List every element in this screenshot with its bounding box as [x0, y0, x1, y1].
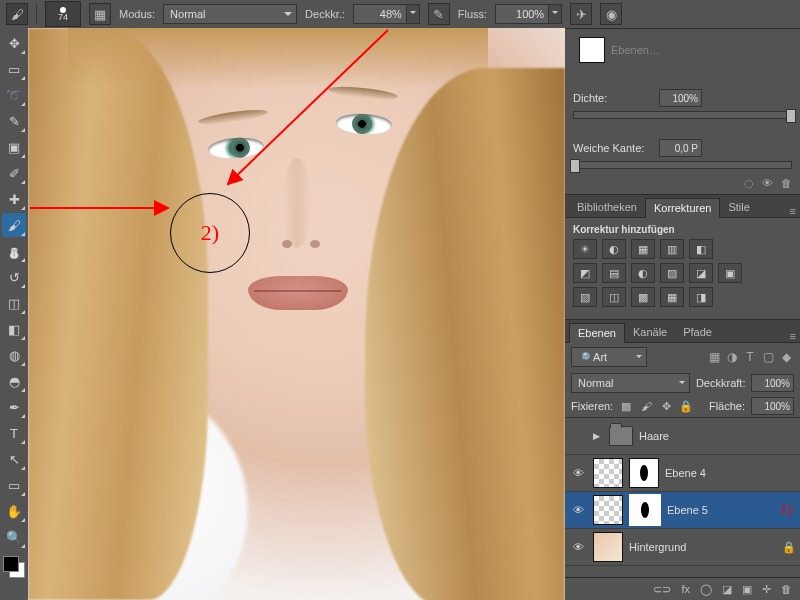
feather-slider[interactable] [573, 161, 792, 169]
fg-color[interactable] [3, 556, 19, 572]
layer-name[interactable]: Ebene 4 [665, 467, 796, 479]
tool-stamp[interactable]: ⛄ [2, 239, 26, 263]
tool-type[interactable]: T [2, 421, 26, 445]
adjustment-button[interactable]: ◫ [602, 287, 626, 307]
tool-pen[interactable]: ✒ [2, 395, 26, 419]
panel-menu-icon[interactable]: ≡ [790, 205, 796, 217]
new-group-icon[interactable]: ▣ [742, 583, 752, 596]
opacity-control[interactable]: 48% [353, 4, 420, 24]
opacity-flyout[interactable] [407, 4, 420, 24]
layer-filter-icon[interactable]: ◆ [778, 349, 794, 365]
density-value[interactable]: 100% [659, 89, 702, 107]
density-slider[interactable] [573, 111, 792, 119]
adjustment-button[interactable]: ◨ [689, 287, 713, 307]
layer-filter-icon[interactable]: ▦ [706, 349, 722, 365]
layer-mask-thumbnail[interactable] [629, 458, 659, 488]
tool-dodge[interactable]: ◓ [2, 369, 26, 393]
adjustment-button[interactable]: ▩ [631, 287, 655, 307]
tool-eraser[interactable]: ◫ [2, 291, 26, 315]
panel-menu-icon[interactable]: ≡ [790, 330, 796, 342]
visibility-toggle[interactable]: 👁 [569, 504, 587, 516]
delete-layer-icon[interactable]: 🗑 [781, 583, 792, 595]
new-layer-icon[interactable]: ✛ [762, 583, 771, 596]
tool-healing[interactable]: ✚ [2, 187, 26, 211]
layer-thumbnail[interactable] [593, 532, 623, 562]
tool-hand[interactable]: ✋ [2, 499, 26, 523]
layer-filter-icon[interactable]: ▢ [760, 349, 776, 365]
tab-pfade[interactable]: Pfade [675, 323, 720, 342]
feather-value[interactable]: 0,0 P [659, 139, 702, 157]
lock-transparency-icon[interactable]: ▩ [619, 399, 633, 413]
layer-row[interactable]: 👁Ebene 51) [565, 492, 800, 529]
tool-blur[interactable]: ◍ [2, 343, 26, 367]
fill-value[interactable]: 100% [751, 397, 794, 415]
document-canvas[interactable]: 2) [28, 28, 565, 600]
airbrush-toggle[interactable]: ✈ [570, 3, 592, 25]
tool-path-select[interactable]: ↖ [2, 447, 26, 471]
pressure-size-toggle[interactable]: ◉ [600, 3, 622, 25]
mask-thumbnail[interactable] [579, 37, 605, 63]
tab-ebenen[interactable]: Ebenen [569, 323, 625, 343]
adjustment-button[interactable]: ◪ [689, 263, 713, 283]
new-adjustment-icon[interactable]: ◪ [722, 583, 732, 596]
mask-view-icon[interactable]: 👁 [762, 177, 773, 190]
layer-mask-thumbnail[interactable] [629, 494, 661, 526]
tool-rect-marquee[interactable]: ▭ [2, 57, 26, 81]
layer-row[interactable]: ▶Haare [565, 418, 800, 455]
mask-delete-icon[interactable]: 🗑 [781, 177, 792, 190]
add-mask-icon[interactable]: ◯ [700, 583, 712, 596]
layer-name[interactable]: Hintergrund [629, 541, 776, 553]
layer-filter-icon[interactable]: ◑ [724, 349, 740, 365]
adjustment-button[interactable]: ▨ [660, 263, 684, 283]
adjustment-button[interactable]: ▥ [660, 239, 684, 259]
adjustment-button[interactable]: ◐ [602, 239, 626, 259]
tab-korrekturen[interactable]: Korrekturen [645, 198, 720, 218]
tab-bibliotheken[interactable]: Bibliotheken [569, 198, 645, 217]
layer-filter-icon[interactable]: T [742, 349, 758, 365]
layer-thumbnail[interactable] [593, 495, 623, 525]
tab-stile[interactable]: Stile [720, 198, 757, 217]
tool-zoom[interactable]: 🔍 [2, 525, 26, 549]
tool-lasso[interactable]: ➰ [2, 83, 26, 107]
expand-icon[interactable]: ▶ [593, 431, 603, 441]
flow-flyout[interactable] [549, 4, 562, 24]
adjustment-button[interactable]: ☀ [573, 239, 597, 259]
adjustment-button[interactable]: ◩ [573, 263, 597, 283]
layer-blend-mode[interactable]: Normal [571, 373, 690, 393]
layer-name[interactable]: Ebene 5 [667, 504, 774, 516]
layer-name[interactable]: Haare [639, 430, 796, 442]
flow-control[interactable]: 100% [495, 4, 562, 24]
adjustment-button[interactable]: ▦ [660, 287, 684, 307]
layer-thumbnail[interactable] [593, 458, 623, 488]
lock-all-icon[interactable]: 🔒 [679, 399, 693, 413]
tool-gradient[interactable]: ◧ [2, 317, 26, 341]
adjustment-button[interactable]: ▦ [631, 239, 655, 259]
link-layers-icon[interactable]: ⊂⊃ [653, 583, 671, 596]
tool-crop[interactable]: ▣ [2, 135, 26, 159]
tool-brush-2[interactable]: ✎ [2, 109, 26, 133]
color-swatches[interactable] [3, 556, 25, 578]
adjustment-button[interactable]: ◐ [631, 263, 655, 283]
layer-filter-type[interactable]: 🔎 Art [571, 347, 647, 367]
tool-brush[interactable]: 🖌 [2, 213, 26, 237]
tool-history-brush[interactable]: ↺ [2, 265, 26, 289]
layer-opacity-value[interactable]: 100% [751, 374, 794, 392]
adjustment-button[interactable]: ▧ [573, 287, 597, 307]
pressure-opacity-toggle[interactable]: ✎ [428, 3, 450, 25]
mask-load-icon[interactable]: ◌ [744, 177, 754, 190]
adjustment-button[interactable]: ◧ [689, 239, 713, 259]
tool-move[interactable]: ✥ [2, 31, 26, 55]
visibility-toggle[interactable]: 👁 [569, 541, 587, 553]
layer-fx-icon[interactable]: fx [681, 583, 690, 595]
layer-row[interactable]: 👁Ebene 4 [565, 455, 800, 492]
adjustment-button[interactable]: ▤ [602, 263, 626, 283]
lock-position-icon[interactable]: ✥ [659, 399, 673, 413]
brush-preset-picker[interactable]: 74 [45, 1, 81, 27]
adjustment-button[interactable]: ▣ [718, 263, 742, 283]
visibility-toggle[interactable]: 👁 [569, 467, 587, 479]
current-tool-indicator[interactable]: 🖌 [6, 3, 28, 25]
tool-eyedropper[interactable]: ✐ [2, 161, 26, 185]
tab-kanaele[interactable]: Kanäle [625, 323, 675, 342]
tool-rectangle[interactable]: ▭ [2, 473, 26, 497]
brush-panel-toggle[interactable]: ▦ [89, 3, 111, 25]
